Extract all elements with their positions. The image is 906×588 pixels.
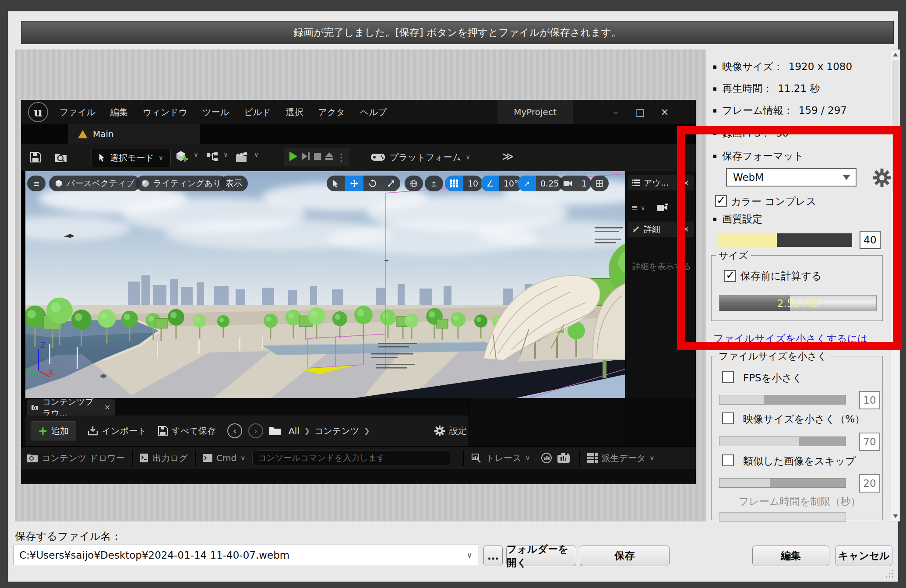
chevron-down-icon: ∨ [240, 454, 245, 462]
breadcrumb-folder[interactable]: コンテンツ [314, 425, 359, 437]
close-icon[interactable]: ✕ [105, 403, 110, 412]
output-log-button[interactable]: 出力ログ [140, 452, 188, 464]
rotation-snap-toggle[interactable]: ∠ [481, 176, 499, 191]
content-browser-icon[interactable] [53, 149, 69, 165]
cancel-button[interactable]: キャンセル [835, 546, 892, 566]
filter-icon[interactable]: ≡ ∨ [631, 203, 645, 212]
add-actor-icon[interactable] [173, 149, 190, 165]
menu-window[interactable]: ウィンドウ [143, 106, 187, 118]
camera-icon[interactable] [559, 176, 577, 191]
slider-fill [719, 479, 770, 487]
scroll-down-icon[interactable] [891, 511, 899, 521]
resize-grip[interactable] [886, 570, 894, 578]
back-icon[interactable]: ‹ [227, 423, 242, 438]
output-log-icon [140, 453, 148, 463]
cinematics-icon[interactable] [234, 149, 250, 165]
import-button[interactable]: インポート [88, 425, 147, 437]
save-all-button[interactable]: すべて保存 [158, 425, 216, 437]
show-dropdown[interactable]: 表示 [220, 176, 248, 191]
menu-select[interactable]: 選択 [286, 106, 303, 118]
duration-label: 再生時間： [722, 82, 772, 95]
divider [463, 450, 464, 466]
settings-button[interactable]: 設定 [434, 415, 467, 446]
duration-row: ▪ 再生時間： 11.21 秒 [712, 82, 820, 95]
outliner-filter-row: ≡ ∨ [631, 203, 668, 212]
reduce-size-value-box[interactable]: 70 [859, 433, 880, 451]
ue-title-bar: u ファイル 編集 ウィンドウ ツール ビルド 選択 アクタ ヘルプ MyPro… [21, 100, 696, 124]
save-icon[interactable] [27, 149, 44, 165]
skip-similar-checkbox[interactable] [722, 454, 734, 466]
skip-button[interactable] [300, 151, 311, 163]
divider [132, 450, 133, 466]
skip-similar-slider[interactable] [719, 478, 846, 488]
menu-file[interactable]: ファイル [60, 106, 95, 118]
rotate-tool[interactable] [363, 176, 382, 191]
world-space-button[interactable] [405, 176, 423, 191]
insights-button[interactable] [541, 452, 552, 464]
platform-dropdown[interactable]: プラットフォーム ∨ [370, 148, 470, 166]
scroll-up-icon[interactable] [891, 50, 899, 60]
scale-tool[interactable] [382, 176, 400, 191]
add-button[interactable]: + 追加 [31, 421, 76, 440]
folder-icon[interactable] [269, 426, 281, 435]
double-chevron-icon[interactable]: ≫ [502, 150, 514, 163]
more-vertical-icon[interactable]: ⋮ [336, 152, 346, 163]
move-tool[interactable] [345, 176, 363, 191]
stop-button[interactable] [313, 151, 322, 163]
viewport-menu-button[interactable]: ≡ [27, 176, 46, 191]
breadcrumb-root[interactable]: All [289, 426, 300, 436]
screenshot-button[interactable] [557, 453, 570, 463]
quad-view-button[interactable] [590, 176, 609, 191]
content-drawer-button[interactable]: コンテンツ ドロワー [27, 452, 125, 464]
menu-help[interactable]: ヘルプ [360, 106, 387, 118]
skip-similar-value-box[interactable]: 20 [859, 474, 880, 493]
reduce-fps-value-box[interactable]: 10 [859, 391, 880, 409]
chevron-down-icon: ∨ [650, 454, 655, 462]
maximize-button[interactable]: □ [631, 104, 650, 120]
menu-tools[interactable]: ツール [202, 106, 229, 118]
tab-content-browser[interactable]: コンテンツブラウ... ✕ [27, 399, 115, 415]
drawer-empty-area [469, 398, 625, 446]
cmd-dropdown[interactable]: Cmd ∨ [203, 453, 245, 463]
reduce-fps-checkbox[interactable] [722, 371, 734, 383]
close-button[interactable]: ✕ [655, 104, 674, 120]
blueprints-icon[interactable] [204, 149, 221, 165]
forward-icon[interactable]: › [248, 423, 263, 438]
camera-add-icon[interactable] [657, 204, 668, 211]
menu-edit[interactable]: 編集 [110, 106, 128, 118]
open-folder-button[interactable]: フォルダーを開く [506, 546, 576, 566]
grid-snap-value[interactable]: 10 [463, 176, 483, 191]
perspective-dropdown[interactable]: パースペクティブ [49, 176, 140, 191]
console-input[interactable]: コンソールコマンドを入力します [252, 451, 450, 465]
ue-toolbar: 選択モード ∨ ∨ ∨ ∨ ⋮ [21, 144, 696, 171]
select-tool[interactable] [327, 176, 345, 191]
nav-buttons: ‹ › [227, 423, 281, 438]
viewport[interactable]: Z Y X ≡ パースペクティブ ライティングあり 表示 [25, 171, 625, 398]
settings-label: 設定 [449, 425, 467, 437]
surface-snapping-button[interactable] [425, 176, 443, 191]
reduce-size-slider[interactable] [719, 437, 846, 446]
scale-snap-toggle[interactable]: ↗ [518, 176, 536, 191]
save-button[interactable]: 保存 [580, 546, 670, 566]
reduce-size-checkbox[interactable] [722, 412, 734, 424]
divider [579, 450, 580, 466]
level-tab-main[interactable]: Main [68, 124, 200, 144]
filename-combo[interactable]: C:¥Users¥saijo¥Desktop¥2024-01-14 11-40-… [14, 545, 479, 565]
menu-actor[interactable]: アクタ [318, 106, 345, 118]
select-mode-dropdown[interactable]: 選択モード ∨ [91, 148, 171, 167]
play-button[interactable] [287, 151, 299, 164]
reduce-group-title: ファイルサイズを小さく [716, 350, 829, 363]
menu-build[interactable]: ビルド [244, 106, 271, 118]
browse-button[interactable]: ... [483, 546, 503, 566]
derived-data-dropdown[interactable]: 派生データ ∨ [587, 452, 655, 464]
minimize-button[interactable]: – [606, 104, 625, 120]
trace-dropdown[interactable]: トレース ∨ [471, 452, 530, 464]
filename-label: 保存するファイル名： [15, 529, 121, 543]
lighting-dropdown[interactable]: ライティングあり [136, 176, 227, 191]
grid-snap-toggle[interactable] [445, 176, 463, 191]
eject-button[interactable] [324, 151, 335, 163]
combo-arrow-icon[interactable]: ∨ [460, 545, 479, 565]
reduce-fps-slider[interactable] [719, 395, 846, 405]
frame-limit-slider[interactable] [719, 512, 846, 522]
edit-button[interactable]: 編集 [752, 546, 829, 566]
